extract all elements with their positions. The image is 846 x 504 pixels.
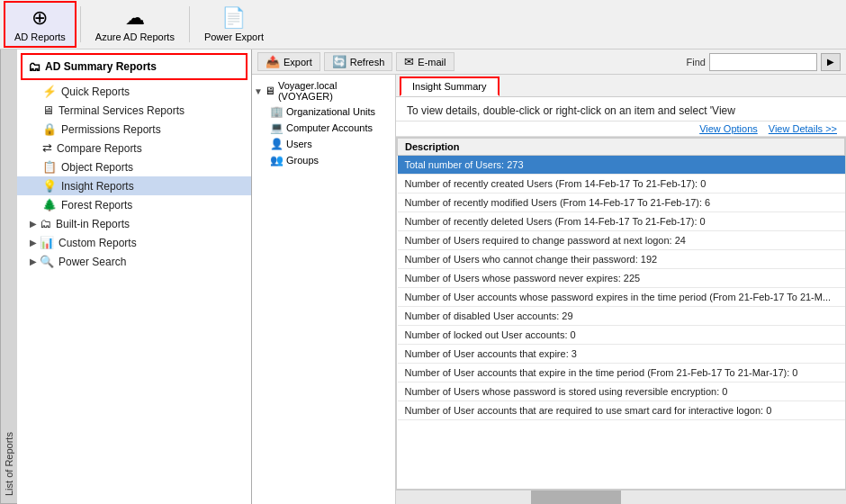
power-export-icon: 📄 (221, 6, 246, 30)
table-row[interactable]: Number of recently modified Users (From … (398, 194, 845, 212)
nav-item-permissions[interactable]: 🔒 Permissions Reports (17, 120, 251, 139)
find-area: Find ▶ (687, 53, 841, 71)
table-cell: Number of Users who cannot change their … (398, 250, 845, 269)
detail-header-text: To view details, double-click or right-c… (407, 104, 735, 117)
export-button[interactable]: 📤 Export (257, 52, 320, 71)
root-icon: 🖥 (265, 85, 275, 97)
table-cell: Number of Users whose password is stored… (398, 382, 845, 401)
quick-reports-icon: ⚡ (42, 85, 57, 98)
ad-tree-pane: ▼ 🖥 Voyager.local (VOYAGER) 🏢 Organizati… (252, 75, 396, 504)
export-icon: 📤 (266, 55, 280, 68)
detail-pane: Insight Summary To view details, double-… (396, 75, 846, 504)
toolbar-tab-azure-ad[interactable]: ☁ Azure AD Reports (85, 1, 185, 48)
table-cell: Number of recently deleted Users (From 1… (398, 212, 845, 231)
azure-ad-icon: ☁ (125, 6, 145, 30)
refresh-icon: 🔄 (332, 55, 346, 68)
table-row[interactable]: Number of User accounts that expire: 3 (398, 345, 845, 364)
groups-icon: 👥 (270, 154, 284, 166)
email-button[interactable]: ✉ E-mail (396, 52, 454, 71)
builtin-expander: ▶ (30, 219, 37, 229)
org-units-icon: 🏢 (270, 105, 284, 118)
table-cell: Number of User accounts that expire: 3 (398, 345, 845, 364)
builtin-icon: 🗂 (40, 217, 51, 230)
tree-pane-org-units[interactable]: 🏢 Organizational Units (252, 104, 395, 120)
nav-section-header[interactable]: 🗂 AD Summary Reports (21, 53, 248, 80)
toolbar: ⊕ AD Reports ☁ Azure AD Reports 📄 Power … (0, 0, 846, 50)
tab-insight-summary[interactable]: Insight Summary (400, 76, 500, 96)
sidebar-tab[interactable]: List of Reports (0, 50, 17, 504)
table-cell: Number of User accounts that expire in t… (398, 364, 845, 382)
terminal-services-icon: 🖥 (42, 104, 54, 117)
view-details-link[interactable]: View Details >> (769, 123, 837, 134)
tree-pane-users[interactable]: 👤 Users (252, 136, 395, 152)
toolbar-tab-power-export[interactable]: 📄 Power Export (194, 1, 274, 48)
table-cell: Number of recently modified Users (From … (398, 194, 845, 212)
object-icon: 📋 (42, 160, 57, 174)
ad-summary-icon: 🗂 (28, 59, 40, 74)
users-label: Users (286, 139, 312, 149)
nav-item-power-search[interactable]: ▶ 🔍 Power Search (17, 252, 251, 271)
table-row[interactable]: Number of recently deleted Users (From 1… (398, 212, 845, 231)
find-label: Find (687, 57, 706, 68)
toolbar-tab-ad-reports-label: AD Reports (14, 32, 66, 42)
org-units-label: Organizational Units (286, 106, 375, 117)
action-bar: 📤 Export 🔄 Refresh ✉ E-mail Find ▶ (252, 50, 846, 75)
ad-reports-icon: ⊕ (32, 6, 48, 30)
power-search-icon: 🔍 (40, 255, 54, 268)
table-cell: Number of recently created Users (From 1… (398, 175, 845, 194)
tree-pane-root[interactable]: ▼ 🖥 Voyager.local (VOYAGER) (252, 78, 395, 104)
refresh-button[interactable]: 🔄 Refresh (324, 52, 393, 71)
email-label: E-mail (418, 57, 446, 68)
users-icon: 👤 (270, 138, 284, 150)
detail-subheader: View Options View Details >> (396, 122, 846, 137)
nav-item-forest[interactable]: 🌲 Forest Reports (17, 195, 251, 214)
nav-section-header-label: AD Summary Reports (45, 60, 157, 73)
nav-item-terminal-services[interactable]: 🖥 Terminal Services Reports (17, 101, 251, 120)
nav-item-builtin[interactable]: ▶ 🗂 Built-in Reports (17, 214, 251, 233)
left-panel: List of Reports 🗂 AD Summary Reports ⚡ Q… (0, 50, 252, 504)
main-layout: List of Reports 🗂 AD Summary Reports ⚡ Q… (0, 50, 846, 504)
groups-label: Groups (286, 155, 319, 166)
nav-item-object[interactable]: 📋 Object Reports (17, 158, 251, 176)
computers-icon: 💻 (270, 122, 284, 134)
nav-item-insight[interactable]: 💡 Insight Reports (17, 176, 251, 195)
table-row[interactable]: Total number of Users: 273 (398, 156, 845, 175)
toolbar-tab-azure-label: Azure AD Reports (95, 32, 175, 42)
root-expander: ▼ (254, 86, 263, 96)
find-go-button[interactable]: ▶ (821, 53, 841, 71)
bottom-scrollbar[interactable] (396, 490, 846, 504)
toolbar-separator-2 (189, 6, 190, 42)
tree-pane-computers[interactable]: 💻 Computer Accounts (252, 120, 395, 136)
table-row[interactable]: Number of User accounts that expire in t… (398, 364, 845, 382)
table-row[interactable]: Number of User accounts that are require… (398, 401, 845, 420)
table-row[interactable]: Number of locked out User accounts: 0 (398, 326, 845, 345)
export-label: Export (284, 57, 312, 68)
table-cell: Number of disabled User accounts: 29 (398, 307, 845, 326)
table-row[interactable]: Number of disabled User accounts: 29 (398, 307, 845, 326)
nav-item-compare[interactable]: ⇄ Compare Reports (17, 139, 251, 158)
tree-pane-root-label: Voyager.local (VOYAGER) (278, 80, 393, 102)
refresh-label: Refresh (350, 57, 385, 68)
table-row[interactable]: Number of Users whose password never exp… (398, 269, 845, 288)
table-row[interactable]: Number of Users who cannot change their … (398, 250, 845, 269)
detail-header: To view details, double-click or right-c… (396, 97, 846, 122)
nav-item-quick-reports[interactable]: ⚡ Quick Reports (17, 82, 251, 101)
tree-pane-groups[interactable]: 👥 Groups (252, 152, 395, 168)
toolbar-tab-power-export-label: Power Export (204, 32, 264, 42)
table-row[interactable]: Number of Users required to change passw… (398, 231, 845, 250)
table-cell: Total number of Users: 273 (398, 156, 845, 175)
power-search-expander: ▶ (30, 256, 37, 266)
table-row[interactable]: Number of Users whose password is stored… (398, 382, 845, 401)
nav-item-custom[interactable]: ▶ 📊 Custom Reports (17, 233, 251, 252)
tree-nav: 🗂 AD Summary Reports ⚡ Quick Reports 🖥 T… (17, 50, 251, 504)
find-input[interactable] (709, 53, 817, 71)
email-icon: ✉ (404, 55, 414, 68)
view-options-link[interactable]: View Options (699, 123, 758, 134)
table-row[interactable]: Number of recently created Users (From 1… (398, 175, 845, 194)
data-table: Description Total number of Users: 273Nu… (396, 137, 846, 490)
col-description: Description (398, 139, 845, 156)
table-row[interactable]: Number of User accounts whose password e… (398, 288, 845, 307)
tab-strip: Insight Summary (396, 75, 846, 97)
table-cell: Number of User accounts that are require… (398, 401, 845, 420)
toolbar-tab-ad-reports[interactable]: ⊕ AD Reports (4, 1, 76, 48)
